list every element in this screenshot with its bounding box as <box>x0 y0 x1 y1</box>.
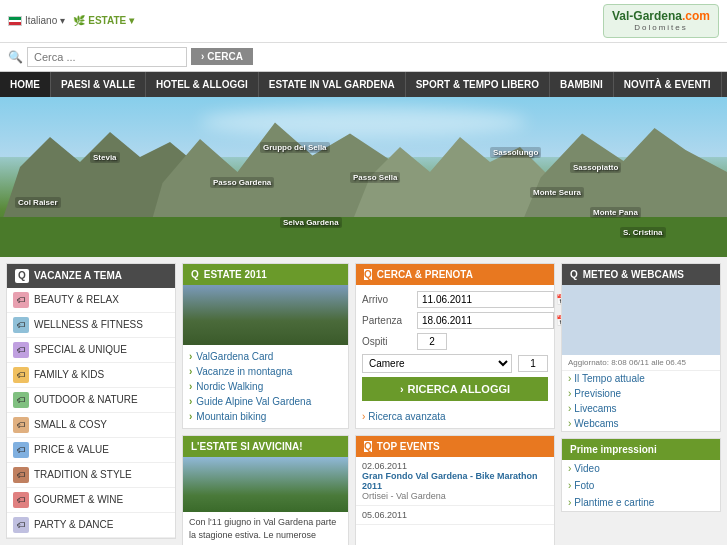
nav-item-bambini[interactable]: BAMBINI <box>550 72 614 97</box>
search-icon: 🔍 <box>8 50 23 64</box>
nav-item-paesi---valle[interactable]: PAESI & VALLE <box>51 72 146 97</box>
content-area: Q VACANZE A TEMA 🏷BEAUTY & RELAX🏷WELLNES… <box>0 257 727 545</box>
ospiti-label: Ospiti <box>362 336 417 347</box>
meteo-link[interactable]: Previsione <box>562 386 720 401</box>
estate-image <box>183 285 348 345</box>
sidebar-item-small---cosy[interactable]: 🏷SMALL & COSY <box>7 413 175 438</box>
hero-label: Passo Sella <box>350 172 400 183</box>
topevents-header: Q TOP EVENTS <box>356 436 554 457</box>
vacanze-section: Q VACANZE A TEMA 🏷BEAUTY & RELAX🏷WELLNES… <box>6 263 176 539</box>
item-label: SPECIAL & UNIQUE <box>34 344 127 355</box>
search-input[interactable] <box>27 47 187 67</box>
sidebar-item-beauty---relax[interactable]: 🏷BEAUTY & RELAX <box>7 288 175 313</box>
estate-header: Q ESTATE 2011 <box>183 264 348 285</box>
event-location: Ortisei - Val Gardena <box>362 491 548 501</box>
nav-item-sport---tempo-libero[interactable]: SPORT & TEMPO LIBERO <box>406 72 550 97</box>
item-label: TRADITION & STYLE <box>34 469 132 480</box>
meteo-header-label: METEO & WEBCAMS <box>583 269 684 280</box>
ospiti-input[interactable] <box>417 333 447 350</box>
vacanze-header-label: VACANZE A TEMA <box>34 270 122 281</box>
nav-item-hotel---alloggi[interactable]: HOTEL & ALLOGGI <box>146 72 259 97</box>
sidebar-item-party---dance[interactable]: 🏷PARTY & DANCE <box>7 513 175 538</box>
sidebar-item-wellness---fitness[interactable]: 🏷WELLNESS & FITNESS <box>7 313 175 338</box>
sidebar-item-tradition---style[interactable]: 🏷TRADITION & STYLE <box>7 463 175 488</box>
partenza-label: Partenza <box>362 315 417 326</box>
cerca-header: Q CERCA & PRENOTA <box>356 264 554 285</box>
meteo-link[interactable]: Il Tempo attuale <box>562 371 720 386</box>
middle-top: Q ESTATE 2011 ValGardena CardVacanze in … <box>182 263 555 429</box>
q-icon-estate: Q <box>191 269 199 280</box>
logo-main: Val-Gardena <box>612 9 682 23</box>
item-icon: 🏷 <box>13 442 29 458</box>
nav-item-meteo[interactable]: METEO <box>722 72 727 97</box>
item-label: PARTY & DANCE <box>34 519 113 530</box>
sidebar-item-special---unique[interactable]: 🏷SPECIAL & UNIQUE <box>7 338 175 363</box>
flag-icon <box>8 16 22 26</box>
advanced-search-label: Ricerca avanzata <box>368 411 445 422</box>
estate-link[interactable]: Mountain biking <box>189 409 342 424</box>
item-label: SMALL & COSY <box>34 419 107 430</box>
partenza-input[interactable] <box>417 312 554 329</box>
item-icon: 🏷 <box>13 317 29 333</box>
q-icon-events: Q <box>364 441 372 452</box>
event-date: 05.06.2011 <box>362 510 548 520</box>
arrivo-label: Arrivo <box>362 294 417 305</box>
logo-sub: Dolomites <box>612 23 710 33</box>
q-icon-cerca: Q <box>364 269 372 280</box>
item-icon: 🏷 <box>13 417 29 433</box>
sidebar-item-gourmet---wine[interactable]: 🏷GOURMET & WINE <box>7 488 175 513</box>
hero-label: Col Raiser <box>15 197 61 208</box>
language-selector[interactable]: Italiano ▾ <box>8 15 65 26</box>
sidebar-left: Q VACANZE A TEMA 🏷BEAUTY & RELAX🏷WELLNES… <box>6 263 176 545</box>
events-list: 02.06.2011Gran Fondo Val Gardena - Bike … <box>356 457 554 525</box>
meteo-box: Q METEO & WEBCAMS Aggiornato: 8:08 06/11… <box>561 263 721 432</box>
item-icon: 🏷 <box>13 492 29 508</box>
hero-image: Col RaiserSteviaGruppo del SellaPasso Ga… <box>0 97 727 257</box>
meteo-link[interactable]: Livecams <box>562 401 720 416</box>
season-selector[interactable]: 🌿 ESTATE ▾ <box>73 15 134 26</box>
meteo-image <box>562 285 720 355</box>
camere-select[interactable]: Camere <box>362 354 512 373</box>
item-icon: 🏷 <box>13 467 29 483</box>
item-label: FAMILY & KIDS <box>34 369 104 380</box>
logo[interactable]: Val-Gardena.com Dolomites <box>603 4 719 38</box>
item-label: BEAUTY & RELAX <box>34 294 119 305</box>
hero-label: Monte Pana <box>590 207 641 218</box>
estate-links: ValGardena CardVacanze in montagnaNordic… <box>183 345 348 428</box>
topevents-header-label: TOP EVENTS <box>377 441 440 452</box>
lestate-text: Con l'11 giugno in Val Gardena parte la … <box>183 512 348 545</box>
impressioni-links: VideoFotoPlantime e cartine <box>562 460 720 511</box>
impressioni-link[interactable]: Video <box>562 460 720 477</box>
impressioni-link[interactable]: Foto <box>562 477 720 494</box>
item-icon: 🏷 <box>13 392 29 408</box>
hero-label: Sassolungo <box>490 147 541 158</box>
sidebar-item-outdoor---nature[interactable]: 🏷OUTDOOR & NATURE <box>7 388 175 413</box>
sidebar-item-family---kids[interactable]: 🏷FAMILY & KIDS <box>7 363 175 388</box>
advanced-search-link[interactable]: Ricerca avanzata <box>356 407 554 426</box>
item-label: OUTDOOR & NATURE <box>34 394 138 405</box>
nav-item-home[interactable]: HOME <box>0 72 51 97</box>
ricerca-button[interactable]: › RICERCA ALLOGGI <box>362 377 548 401</box>
arrivo-input[interactable] <box>417 291 554 308</box>
estate-link[interactable]: Guide Alpine Val Gardena <box>189 394 342 409</box>
event-title[interactable]: Gran Fondo Val Gardena - Bike Marathon 2… <box>362 471 548 491</box>
camere-input[interactable] <box>518 355 548 372</box>
estate-link[interactable]: Nordic Walking <box>189 379 342 394</box>
topevents-box: Q TOP EVENTS 02.06.2011Gran Fondo Val Ga… <box>355 435 555 545</box>
sidebar-right: Q METEO & WEBCAMS Aggiornato: 8:08 06/11… <box>561 263 721 545</box>
sidebar-item-price---value[interactable]: 🏷PRICE & VALUE <box>7 438 175 463</box>
item-icon: 🏷 <box>13 342 29 358</box>
impressioni-link[interactable]: Plantime e cartine <box>562 494 720 511</box>
estate-link[interactable]: ValGardena Card <box>189 349 342 364</box>
partenza-row: Partenza 📅 <box>362 312 548 329</box>
nav-item-estate-in-val-gardena[interactable]: ESTATE IN VAL GARDENA <box>259 72 406 97</box>
event-item: 02.06.2011Gran Fondo Val Gardena - Bike … <box>356 457 554 506</box>
estate-link[interactable]: Vacanze in montagna <box>189 364 342 379</box>
language-label: Italiano <box>25 15 57 26</box>
top-bar: Italiano ▾ 🌿 ESTATE ▾ Val-Gardena.com Do… <box>0 0 727 43</box>
nav-item-novit----eventi[interactable]: NOVITÀ & EVENTI <box>614 72 722 97</box>
search-button[interactable]: › CERCA <box>191 48 253 65</box>
logo-box: Val-Gardena.com Dolomites <box>603 4 719 38</box>
item-label: PRICE & VALUE <box>34 444 109 455</box>
meteo-link[interactable]: Webcams <box>562 416 720 431</box>
